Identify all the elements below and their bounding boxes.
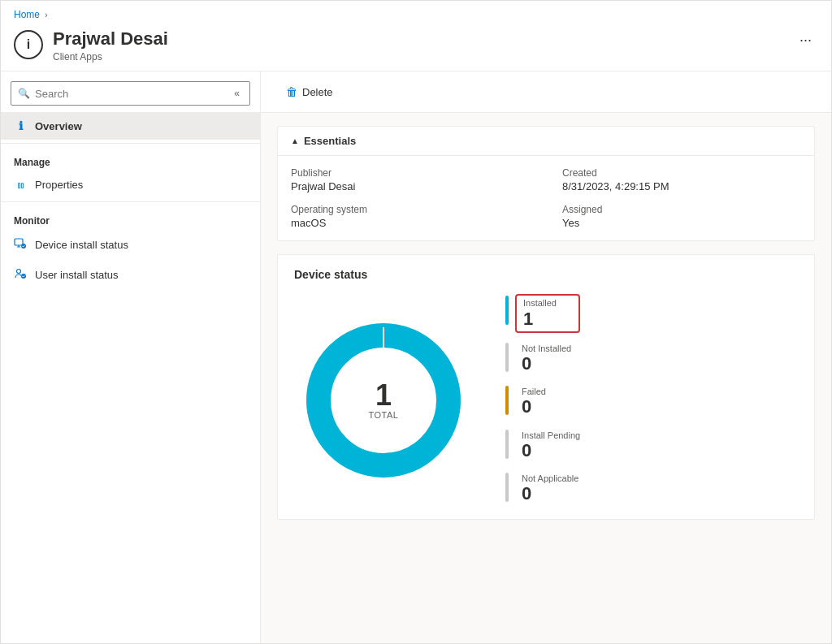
field-label-publisher: Publisher bbox=[291, 167, 530, 179]
legend-value-not-installed: 0 bbox=[522, 354, 574, 374]
legend-item-failed[interactable]: Failed 0 bbox=[505, 384, 619, 419]
page-header: i Prajwal Desai Client Apps ··· bbox=[1, 25, 831, 71]
collapse-button[interactable]: « bbox=[231, 86, 243, 101]
more-options-button[interactable]: ··· bbox=[793, 28, 818, 52]
nav-divider-1 bbox=[1, 143, 260, 144]
field-os: Operating system macOS bbox=[291, 204, 530, 229]
page-subtitle: Client Apps bbox=[53, 51, 783, 63]
legend-bar-failed bbox=[505, 386, 509, 415]
field-value-publisher: Prajwal Desai bbox=[291, 180, 530, 192]
search-box[interactable]: 🔍 « bbox=[11, 81, 250, 106]
essentials-collapse-icon: ▲ bbox=[291, 136, 299, 145]
properties-icon: ⫾⫾ bbox=[14, 179, 27, 191]
svg-rect-0 bbox=[15, 239, 23, 245]
header-text: Prajwal Desai Client Apps bbox=[53, 28, 783, 63]
field-label-created: Created bbox=[562, 167, 801, 179]
legend-box-failed: Failed 0 bbox=[515, 384, 580, 419]
sidebar-item-label-properties: Properties bbox=[35, 179, 83, 191]
nav-divider-2 bbox=[1, 201, 260, 202]
legend-box-not-applicable: Not Applicable 0 bbox=[515, 471, 585, 506]
legend-bar-install-pending bbox=[505, 430, 509, 459]
essentials-body: Publisher Prajwal Desai Created 8/31/202… bbox=[278, 156, 814, 240]
sidebar: 🔍 « ℹ Overview Manage ⫾⫾ Properties Moni… bbox=[1, 71, 261, 643]
sidebar-item-device-install[interactable]: Device install status bbox=[1, 230, 260, 260]
user-install-icon bbox=[14, 267, 27, 283]
donut-total-label: TOTAL bbox=[369, 410, 399, 420]
delete-button[interactable]: 🗑 Delete bbox=[277, 80, 342, 104]
donut-chart: 1 TOTAL bbox=[294, 311, 473, 490]
breadcrumb: Home › bbox=[1, 1, 831, 25]
breadcrumb-separator: › bbox=[45, 10, 48, 19]
legend-box-not-installed: Not Installed 0 bbox=[515, 341, 580, 376]
legend-box-install-pending: Install Pending 0 bbox=[515, 428, 587, 463]
legend-label-installed: Installed bbox=[523, 298, 572, 309]
chart-legend: Installed 1 Not Installed 0 bbox=[505, 294, 619, 506]
field-label-os: Operating system bbox=[291, 204, 530, 215]
essentials-header[interactable]: ▲ Essentials bbox=[278, 127, 814, 156]
sidebar-item-properties[interactable]: ⫾⫾ Properties bbox=[1, 171, 260, 198]
content-area: 🗑 Delete ▲ Essentials Publisher Prajwal … bbox=[261, 71, 831, 643]
search-icon: 🔍 bbox=[18, 88, 30, 99]
sidebar-item-label-device-install: Device install status bbox=[35, 239, 128, 251]
legend-label-install-pending: Install Pending bbox=[522, 430, 580, 441]
legend-value-installed: 1 bbox=[523, 309, 572, 329]
sidebar-item-overview[interactable]: ℹ Overview bbox=[1, 112, 260, 140]
chart-container: 1 TOTAL Installed 1 bbox=[294, 294, 798, 506]
sidebar-item-user-install[interactable]: User install status bbox=[1, 260, 260, 290]
delete-icon: 🗑 bbox=[286, 85, 297, 98]
header-icon: i bbox=[14, 30, 43, 59]
legend-label-not-installed: Not Installed bbox=[522, 344, 574, 354]
field-publisher: Publisher Prajwal Desai bbox=[291, 167, 530, 192]
field-assigned: Assigned Yes bbox=[562, 204, 801, 229]
legend-bar-installed bbox=[505, 296, 509, 325]
svg-point-2 bbox=[17, 270, 21, 274]
sidebar-item-label-user-install: User install status bbox=[35, 269, 119, 281]
legend-item-installed[interactable]: Installed 1 bbox=[505, 294, 619, 332]
nav-section-monitor: Monitor bbox=[1, 205, 260, 230]
legend-item-install-pending[interactable]: Install Pending 0 bbox=[505, 428, 619, 463]
field-created: Created 8/31/2023, 4:29:15 PM bbox=[562, 167, 801, 192]
donut-total-number: 1 bbox=[369, 381, 399, 410]
legend-value-failed: 0 bbox=[522, 397, 574, 417]
overview-icon: ℹ bbox=[14, 119, 27, 132]
breadcrumb-home[interactable]: Home bbox=[14, 9, 40, 20]
device-status-title: Device status bbox=[294, 268, 798, 281]
nav-section-manage: Manage bbox=[1, 147, 260, 171]
search-input[interactable] bbox=[35, 88, 226, 100]
sidebar-item-label-overview: Overview bbox=[35, 120, 82, 132]
field-value-assigned: Yes bbox=[562, 217, 801, 229]
essentials-section: ▲ Essentials Publisher Prajwal Desai Cre… bbox=[277, 126, 815, 241]
field-value-created: 8/31/2023, 4:29:15 PM bbox=[562, 180, 801, 192]
legend-item-not-applicable[interactable]: Not Applicable 0 bbox=[505, 471, 619, 506]
essentials-title: Essentials bbox=[304, 135, 356, 147]
legend-value-not-applicable: 0 bbox=[522, 484, 578, 504]
device-status-card: Device status bbox=[277, 254, 815, 520]
delete-label: Delete bbox=[302, 86, 333, 98]
device-install-icon bbox=[14, 237, 27, 253]
legend-value-install-pending: 0 bbox=[522, 441, 580, 460]
field-label-assigned: Assigned bbox=[562, 204, 801, 215]
toolbar: 🗑 Delete bbox=[261, 71, 831, 113]
page-title: Prajwal Desai bbox=[53, 28, 783, 50]
donut-center: 1 TOTAL bbox=[369, 381, 399, 420]
field-value-os: macOS bbox=[291, 217, 530, 229]
legend-item-not-installed[interactable]: Not Installed 0 bbox=[505, 341, 619, 376]
legend-bar-not-applicable bbox=[505, 473, 509, 502]
legend-box-installed: Installed 1 bbox=[515, 294, 580, 332]
legend-bar-not-installed bbox=[505, 343, 509, 372]
